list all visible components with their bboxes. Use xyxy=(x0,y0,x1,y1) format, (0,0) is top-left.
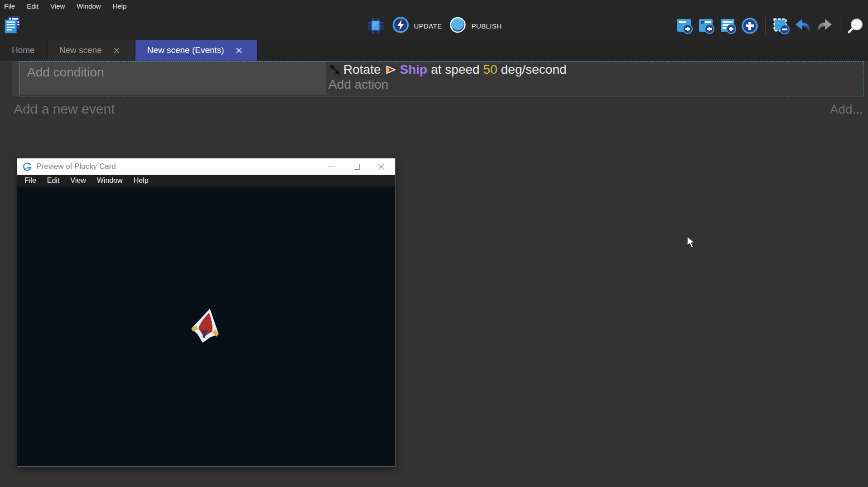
delete-selection-icon[interactable] xyxy=(772,16,791,35)
preview-menu-help[interactable]: Help xyxy=(134,177,149,185)
add-sub-event-icon[interactable] xyxy=(697,16,716,35)
close-icon[interactable] xyxy=(111,44,123,56)
publish-button[interactable]: PUBLISH xyxy=(448,15,502,36)
add-more-button[interactable]: Add... xyxy=(830,102,863,117)
tab-label: New scene (Events) xyxy=(147,45,224,55)
update-bolt-icon xyxy=(391,16,410,36)
undo-icon[interactable] xyxy=(793,16,812,35)
event-row[interactable]: Add condition Rotate xyxy=(12,61,863,96)
preview-window[interactable]: Preview of Plucky Card File Edit View Wi… xyxy=(17,158,395,467)
publish-label: PUBLISH xyxy=(472,22,502,30)
menu-help[interactable]: Help xyxy=(113,2,127,10)
preview-menu-view[interactable]: View xyxy=(70,177,86,185)
update-button[interactable]: UPDATE xyxy=(391,16,442,36)
action-middle-text: at speed xyxy=(431,62,479,77)
close-icon[interactable] xyxy=(233,44,245,56)
search-icon[interactable] xyxy=(846,16,865,35)
tab-new-scene[interactable]: New scene xyxy=(48,40,135,61)
publish-planet-icon xyxy=(448,15,468,36)
preview-menu-bar: File Edit View Window Help xyxy=(17,175,395,186)
preview-menu-window[interactable]: Window xyxy=(97,177,123,185)
conditions-cell[interactable]: Add condition xyxy=(19,62,326,95)
preview-window-title: Preview of Plucky Card xyxy=(36,162,116,171)
rotate-arrows-icon xyxy=(328,63,341,76)
tab-label: New scene xyxy=(59,45,102,55)
menu-edit[interactable]: Edit xyxy=(27,2,39,10)
action-suffix-text: deg/second xyxy=(501,62,567,77)
action-rotate-ship[interactable]: Rotate Ship at speed 50 deg/second xyxy=(328,62,863,77)
actions-cell: Rotate Ship at speed 50 deg/second Add a… xyxy=(326,62,863,96)
preview-menu-edit[interactable]: Edit xyxy=(47,177,60,185)
action-verb: Rotate xyxy=(343,62,381,77)
project-manager-icon[interactable] xyxy=(3,15,22,34)
close-button[interactable] xyxy=(371,158,391,175)
gdevelop-logo-icon xyxy=(23,162,32,172)
add-condition-placeholder[interactable]: Add condition xyxy=(27,65,104,79)
ship-sprite xyxy=(184,303,228,349)
menu-view[interactable]: View xyxy=(50,2,65,10)
add-action-placeholder[interactable]: Add action xyxy=(328,77,863,92)
event-grip[interactable] xyxy=(12,61,19,96)
redo-icon[interactable] xyxy=(815,16,834,35)
maximize-icon xyxy=(354,164,360,170)
preview-menu-file[interactable]: File xyxy=(24,177,36,185)
add-event-icon[interactable] xyxy=(675,16,694,35)
preview-title-bar[interactable]: Preview of Plucky Card xyxy=(17,158,395,175)
game-canvas[interactable] xyxy=(17,186,395,466)
editor-tab-bar: Home New scene New scene (Events) xyxy=(0,40,868,61)
main-toolbar: UPDATE PUBLISH xyxy=(0,12,868,40)
menu-window[interactable]: Window xyxy=(77,2,101,10)
minimize-icon xyxy=(328,167,335,167)
toolbar-separator xyxy=(765,17,766,34)
close-icon xyxy=(378,163,385,170)
main-menu-bar: File Edit View Window Help xyxy=(0,0,868,12)
action-value: 50 xyxy=(483,62,497,77)
tab-new-scene-events[interactable]: New scene (Events) xyxy=(135,40,258,61)
tab-home[interactable]: Home xyxy=(0,40,48,61)
update-label: UPDATE xyxy=(414,22,442,30)
debug-icon[interactable] xyxy=(366,16,385,35)
add-circle-icon[interactable] xyxy=(740,16,759,35)
selected-event: Add condition Rotate xyxy=(19,61,863,96)
toolbar-separator xyxy=(840,17,840,34)
minimize-button[interactable] xyxy=(321,158,342,175)
add-comment-icon[interactable] xyxy=(719,16,738,35)
add-new-event-button[interactable]: Add a new event xyxy=(14,101,115,117)
ship-thumbnail-icon xyxy=(386,64,396,75)
maximize-button[interactable] xyxy=(346,158,367,175)
action-object-name: Ship xyxy=(400,62,428,77)
menu-file[interactable]: File xyxy=(4,2,15,10)
tab-label: Home xyxy=(12,45,35,55)
